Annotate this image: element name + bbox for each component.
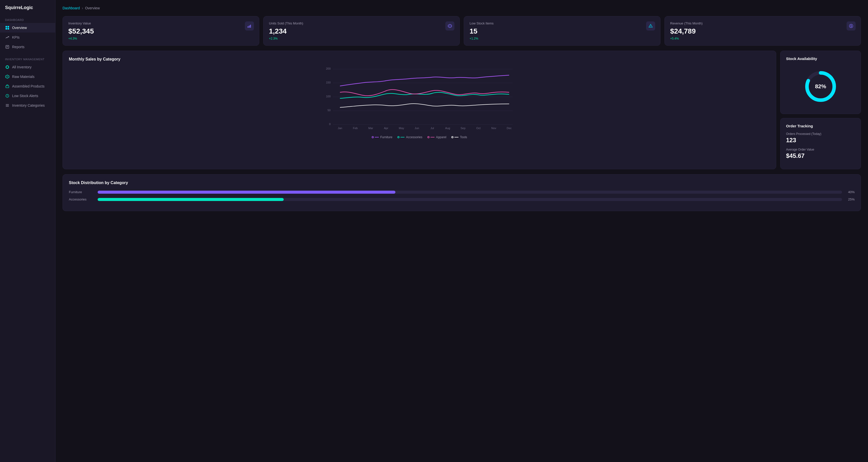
avg-order-label: Average Order Value <box>786 148 855 151</box>
sidebar-item-low-stock-alerts-label: Low Stock Alerts <box>12 94 38 98</box>
dist-row-accessories: Accessories 25% <box>69 197 855 201</box>
sidebar-item-all-inventory[interactable]: All Inventory <box>0 62 55 72</box>
svg-text:50: 50 <box>328 109 331 112</box>
svg-rect-2 <box>5 28 7 30</box>
svg-text:Feb: Feb <box>353 127 358 130</box>
inventory-value-icon <box>245 22 254 31</box>
svg-point-11 <box>7 97 7 97</box>
assembled-products-icon <box>5 84 9 89</box>
sidebar-item-overview[interactable]: Overview <box>0 23 55 33</box>
kpi-change-units: +2.3% <box>269 37 454 40</box>
revenue-icon: $ <box>846 22 856 31</box>
reports-icon <box>5 44 9 49</box>
right-panel: Stock Availability 82% <box>780 51 861 169</box>
avg-order-stat: Average Order Value $45.67 <box>786 148 855 159</box>
svg-text:Dec: Dec <box>507 127 512 130</box>
low-stock-kpi-icon <box>646 22 655 31</box>
sidebar-item-assembled-products-label: Assembled Products <box>12 84 44 88</box>
svg-text:0: 0 <box>329 123 331 126</box>
sidebar-item-kpis[interactable]: KPIs <box>0 33 55 42</box>
svg-text:May: May <box>399 127 404 130</box>
inventory-categories-icon <box>5 103 9 108</box>
sidebar-item-raw-materials[interactable]: Raw Materials <box>0 72 55 82</box>
svg-rect-4 <box>6 45 9 49</box>
kpi-title-units: Units Sold (This Month) <box>269 22 454 25</box>
svg-text:Sep: Sep <box>461 127 466 130</box>
breadcrumb-home[interactable]: Dashboard <box>63 6 80 10</box>
kpi-row: Inventory Value $52,345 +4.3% Units Sold… <box>63 16 861 45</box>
svg-rect-0 <box>5 26 7 28</box>
legend-accessories-label: Accessories <box>406 135 423 139</box>
stock-distribution-card: Stock Distribution by Category Furniture… <box>63 174 861 211</box>
sidebar-item-reports[interactable]: Reports <box>0 42 55 52</box>
legend-tools-label: Tools <box>460 135 467 139</box>
app-logo: SquirreLogic <box>0 5 55 17</box>
dist-bar-fill-furniture <box>98 191 395 194</box>
sidebar-item-raw-materials-label: Raw Materials <box>12 75 35 79</box>
sidebar-item-all-inventory-label: All Inventory <box>12 65 32 69</box>
svg-text:200: 200 <box>326 67 331 70</box>
sidebar-item-inventory-categories[interactable]: Inventory Categories <box>0 101 55 110</box>
order-tracking-card: Order Tracking Orders Processed (Today) … <box>780 118 861 169</box>
svg-text:100: 100 <box>326 95 331 98</box>
dashboard-section-label: Dashboard <box>0 17 55 23</box>
dist-label-accessories: Accessories <box>69 197 94 201</box>
svg-text:$: $ <box>850 25 852 28</box>
dist-bar-fill-accessories <box>98 198 284 201</box>
main-content: Dashboard › Overview Inventory Value $52… <box>56 0 868 462</box>
legend-furniture-label: Furniture <box>380 135 393 139</box>
kpis-icon <box>5 35 9 39</box>
kpi-title-inventory: Inventory Value <box>68 22 253 25</box>
stock-availability-card: Stock Availability 82% <box>780 51 861 114</box>
line-chart-svg: 200 150 100 50 0 Jan Feb Mar Apr <box>69 66 770 131</box>
content-grid: Monthly Sales by Category 200 150 100 50… <box>63 51 861 169</box>
sidebar-item-low-stock-alerts[interactable]: Low Stock Alerts <box>0 91 55 101</box>
sidebar-item-kpis-label: KPIs <box>12 35 20 39</box>
svg-point-7 <box>6 66 9 69</box>
kpi-card-low-stock: Low Stock Items 15 +1.2% <box>464 16 660 45</box>
kpi-value-revenue: $24,789 <box>670 27 856 35</box>
dist-label-furniture: Furniture <box>69 190 94 194</box>
svg-rect-17 <box>250 25 251 28</box>
donut-label: 82% <box>815 83 826 90</box>
kpi-card-units-sold: Units Sold (This Month) 1,234 +2.3% <box>263 16 460 45</box>
sidebar-item-overview-label: Overview <box>12 26 27 30</box>
overview-icon <box>5 26 9 30</box>
legend-apparel-label: Apparel <box>436 135 446 139</box>
svg-text:Jun: Jun <box>414 127 419 130</box>
kpi-value-inventory: $52,345 <box>68 27 253 35</box>
order-tracking-title: Order Tracking <box>786 124 855 128</box>
svg-point-19 <box>650 27 651 27</box>
dist-pct-accessories: 25% <box>845 197 855 201</box>
svg-text:Oct: Oct <box>476 127 480 130</box>
low-stock-alerts-icon <box>5 94 9 98</box>
dist-pct-furniture: 40% <box>845 190 855 194</box>
kpi-card-revenue: $ Revenue (This Month) $24,789 +5.4% <box>664 16 861 45</box>
legend-accessories: Accessories <box>397 135 423 139</box>
dist-row-furniture: Furniture 40% <box>69 190 855 194</box>
sidebar-item-reports-label: Reports <box>12 45 25 49</box>
breadcrumb-separator: › <box>82 6 83 10</box>
svg-rect-3 <box>7 28 9 30</box>
svg-text:Apr: Apr <box>384 127 388 130</box>
all-inventory-icon <box>5 65 9 69</box>
svg-rect-8 <box>6 86 9 88</box>
svg-text:Mar: Mar <box>368 127 373 130</box>
monthly-sales-title: Monthly Sales by Category <box>69 57 770 62</box>
sidebar-item-assembled-products[interactable]: Assembled Products <box>0 82 55 91</box>
sidebar-item-inventory-categories-label: Inventory Categories <box>12 103 44 107</box>
stock-distribution-title: Stock Distribution by Category <box>69 181 855 185</box>
monthly-sales-card: Monthly Sales by Category 200 150 100 50… <box>63 51 776 169</box>
kpi-card-inventory-value: Inventory Value $52,345 +4.3% <box>63 16 259 45</box>
avg-order-value: $45.67 <box>786 152 855 159</box>
donut-container: 82% <box>786 65 855 108</box>
kpi-title-low-stock: Low Stock Items <box>470 22 655 25</box>
breadcrumb: Dashboard › Overview <box>63 6 861 10</box>
svg-rect-15 <box>248 26 248 28</box>
kpi-value-low-stock: 15 <box>470 27 655 35</box>
sidebar: SquirreLogic Dashboard Overview KPIs <box>0 0 56 462</box>
raw-materials-icon <box>5 74 9 79</box>
chart-legend: Furniture Accessories <box>69 135 770 139</box>
units-sold-icon <box>445 22 455 31</box>
inventory-section-label: Inventory Management <box>0 56 55 62</box>
